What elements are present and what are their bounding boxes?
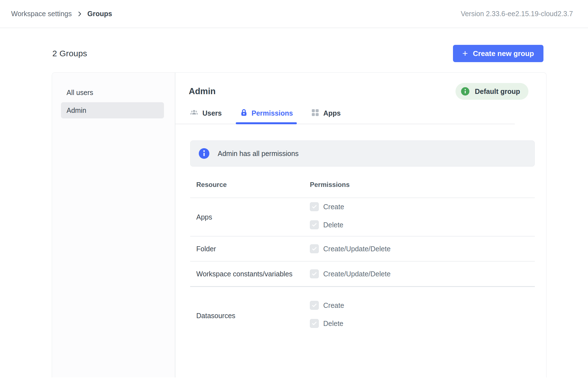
resource-label: Workspace constants/variables [190,270,310,278]
tab-permissions-label: Permissions [252,109,293,117]
resource-label: Datasources [190,312,310,320]
permissions-table: Resource Permissions AppsCreateDeleteFol… [190,167,535,345]
lock-icon [240,108,248,118]
permissions-cell: Create/Update/Delete [310,237,391,261]
sidebar-item-all-users[interactable]: All users [61,84,164,101]
create-new-group-label: Create new group [473,49,534,58]
permission-label: Delete [323,320,343,328]
tab-permissions[interactable]: Permissions [236,103,297,124]
permission-option: Create [310,202,344,211]
permission-label: Create [323,203,344,211]
permissions-cell: CreateDelete [310,198,344,236]
permission-label: Create/Update/Delete [323,245,391,253]
permissions-cell: Create/Update/Delete [310,262,391,286]
resource-label: Folder [190,245,310,253]
resource-column-header: Resource [190,181,310,189]
checkbox-checked-disabled[interactable] [310,269,319,278]
info-icon [199,148,209,159]
checkbox-checked-disabled[interactable] [310,319,319,328]
groups-count-heading: 2 Groups [52,49,87,58]
permission-row-datasources: DatasourcesCreateDelete [190,287,535,345]
users-icon [189,108,199,119]
tab-apps[interactable]: Apps [307,103,345,124]
version-label: Version 2.33.6-ee2.15.19-cloud2.3.7 [461,10,573,18]
tab-users[interactable]: Users [185,103,226,124]
permissions-cell: CreateDelete [310,287,344,345]
info-icon [461,87,469,96]
page-head: 2 Groups + Create new group [52,45,543,62]
grid-icon [311,108,320,119]
chevron-right-icon [76,11,83,17]
group-detail-panel: Admin Default group Users Permissions [175,73,546,377]
permission-row-workspace-constants-variables: Workspace constants/variablesCreate/Upda… [190,262,535,287]
breadcrumb-workspace-settings[interactable]: Workspace settings [11,10,72,18]
sidebar-item-label: Admin [67,106,86,114]
permissions-info-banner: Admin has all permissions [190,140,535,167]
checkbox-checked-disabled[interactable] [310,244,319,253]
permissions-column-header: Permissions [310,181,350,189]
breadcrumb: Workspace settings Groups [11,10,112,18]
tab-users-label: Users [202,109,222,117]
group-title: Admin [189,86,215,96]
permission-option: Create [310,301,344,310]
topbar: Workspace settings Groups Version 2.33.6… [0,0,588,28]
sidebar-item-admin[interactable]: Admin [61,102,164,118]
default-group-label: Default group [475,87,520,96]
tab-apps-label: Apps [323,109,341,117]
permission-label: Create/Update/Delete [323,270,391,278]
checkbox-checked-disabled[interactable] [310,202,319,211]
group-detail-header: Admin Default group [189,82,528,101]
tabs-bar: Users Permissions Apps [175,103,515,124]
permission-row-folder: FolderCreate/Update/Delete [190,237,535,262]
table-header-row: Resource Permissions [190,167,535,198]
create-new-group-button[interactable]: + Create new group [453,45,543,62]
groups-card: All usersAdmin Admin Default group Users [52,72,547,377]
permission-label: Create [323,301,344,310]
default-group-badge: Default group [455,83,529,100]
permission-option: Delete [310,319,344,328]
permission-label: Delete [323,221,343,229]
checkbox-checked-disabled[interactable] [310,220,319,229]
permission-option: Delete [310,220,344,229]
breadcrumb-current-groups: Groups [87,10,112,18]
plus-icon: + [462,48,468,58]
banner-text: Admin has all permissions [218,150,298,158]
sidebar-item-label: All users [67,89,93,97]
checkbox-checked-disabled[interactable] [310,301,319,310]
permission-option: Create/Update/Delete [310,269,391,278]
permission-row-apps: AppsCreateDelete [190,198,535,237]
groups-sidebar: All usersAdmin [52,73,175,377]
permission-option: Create/Update/Delete [310,244,391,253]
resource-label: Apps [190,213,310,221]
